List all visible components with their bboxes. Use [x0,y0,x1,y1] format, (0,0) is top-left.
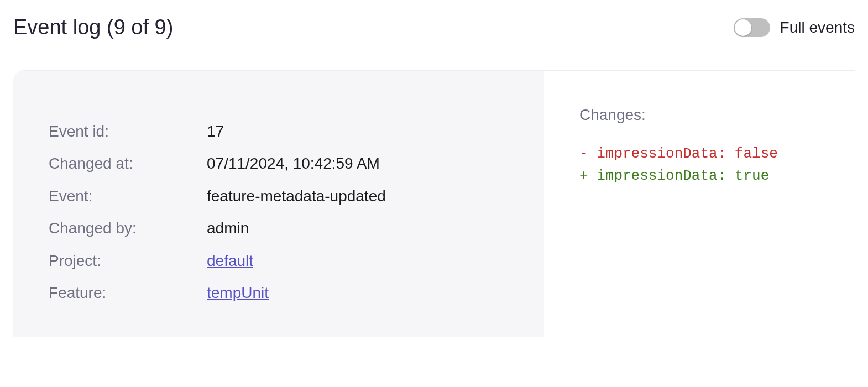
diff-removed-line: - impressionData: false [579,143,839,165]
feature-label: Feature: [49,283,207,303]
event-id-value: 17 [207,122,224,142]
changed-by-row: Changed by: admin [49,218,509,238]
changed-by-label: Changed by: [49,218,207,238]
project-row: Project: default [49,251,509,271]
event-type-label: Event: [49,186,207,206]
event-id-row: Event id: 17 [49,122,509,142]
full-events-toggle-label: Full events [780,19,855,36]
event-meta-panel: Event id: 17 Changed at: 07/11/2024, 10:… [13,71,544,337]
full-events-toggle-group: Full events [734,18,855,37]
full-events-toggle[interactable] [734,18,770,37]
changed-by-value: admin [207,218,249,238]
event-id-label: Event id: [49,122,207,142]
page-title: Event log (9 of 9) [13,15,173,39]
event-card: Event id: 17 Changed at: 07/11/2024, 10:… [13,70,855,337]
changed-at-value: 07/11/2024, 10:42:59 AM [207,154,380,174]
changed-at-row: Changed at: 07/11/2024, 10:42:59 AM [49,154,509,174]
event-type-row: Event: feature-metadata-updated [49,186,509,206]
header-row: Event log (9 of 9) Full events [13,15,855,39]
feature-link[interactable]: tempUnit [207,283,269,303]
event-type-value: feature-metadata-updated [207,186,386,206]
project-link[interactable]: default [207,251,253,271]
changed-at-label: Changed at: [49,154,207,174]
changes-panel: Changes: - impressionData: false + impre… [544,71,855,337]
feature-row: Feature: tempUnit [49,283,509,303]
diff-added-line: + impressionData: true [579,165,839,187]
project-label: Project: [49,251,207,271]
changes-heading: Changes: [579,106,839,124]
